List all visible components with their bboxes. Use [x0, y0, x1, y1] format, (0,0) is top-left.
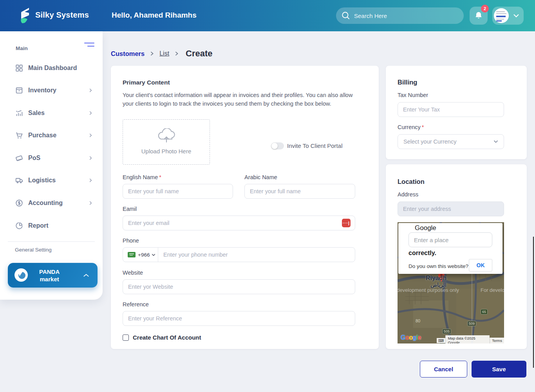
- sidebar-item-purchase[interactable]: Purchase: [0, 128, 103, 143]
- country-code-selector[interactable]: +966: [123, 248, 158, 262]
- invite-portal-toggle[interactable]: [271, 142, 284, 149]
- dialog-correctly-text: correctly.: [408, 250, 436, 257]
- cancel-button[interactable]: Cancel: [420, 361, 467, 378]
- chevron-down-icon: [493, 140, 498, 143]
- notification-badge: 2: [481, 5, 489, 13]
- sidebar-item-pos[interactable]: PoS: [0, 150, 103, 166]
- sidebar-item-label: Main Dashboard: [28, 65, 77, 72]
- website-label: Website: [123, 270, 143, 276]
- sidebar-item-label: Sales: [28, 110, 45, 117]
- sidebar-item-label: Accounting: [28, 200, 63, 207]
- primary-description: Your client's contact information will a…: [123, 91, 358, 108]
- greeting-text: Hello, Ahamed Rihamhs: [112, 11, 197, 20]
- map-shield-505: 505: [442, 329, 451, 334]
- chevron-down-icon: [513, 13, 520, 18]
- arabic-name-input[interactable]: [244, 184, 355, 199]
- map-route-80: 80: [416, 318, 420, 323]
- google-map[interactable]: r development purposes only For develo R…: [398, 222, 504, 343]
- sidebar-item-logistics[interactable]: Logistics: [0, 173, 103, 188]
- search-bar[interactable]: [336, 7, 464, 24]
- breadcrumb-list[interactable]: List: [159, 50, 169, 57]
- dial-code: +966: [138, 252, 150, 258]
- dev-watermark-right: For develo: [481, 287, 504, 293]
- primary-content-title: Primary Content: [123, 79, 170, 86]
- chevron-right-icon: [150, 51, 154, 56]
- address-label: Address: [398, 191, 418, 198]
- enter-place-input[interactable]: [408, 232, 492, 247]
- upload-photo-dropzone[interactable]: Upload Photo Here: [123, 119, 210, 165]
- avatar: [494, 8, 509, 23]
- map-shield-65: 65: [481, 309, 488, 315]
- cart-icon: [15, 131, 23, 140]
- keyboard-shortcuts-icon[interactable]: ⌨: [437, 338, 445, 343]
- search-icon: [341, 11, 351, 21]
- required-mark: *: [422, 124, 424, 130]
- english-name-input[interactable]: [123, 184, 233, 199]
- pie-chart-icon: [15, 221, 23, 230]
- dollar-circle-icon: [15, 199, 23, 207]
- breadcrumb-customers[interactable]: Customers: [111, 50, 145, 58]
- arabic-name-label: Arabic Name: [244, 174, 277, 180]
- sidebar-item-sales[interactable]: Sales: [0, 105, 103, 121]
- english-name-label-text: English Name: [123, 174, 158, 180]
- location-title: Location: [398, 178, 425, 185]
- notifications-button[interactable]: 2: [470, 7, 488, 25]
- sidebar-item-main-dashboard[interactable]: Main Dashboard: [0, 60, 103, 76]
- sidebar-section-main: Main: [16, 45, 28, 51]
- address-input[interactable]: [398, 201, 504, 216]
- website-input[interactable]: [123, 279, 355, 294]
- google-logo[interactable]: Google: [401, 334, 421, 341]
- chevron-up-icon: [83, 273, 89, 277]
- email-label: Eamil: [123, 206, 137, 212]
- tax-number-input[interactable]: [398, 102, 504, 117]
- toggle-knob: [271, 143, 278, 149]
- ok-button[interactable]: OK: [469, 259, 492, 272]
- currency-select[interactable]: Select your Currency: [398, 134, 504, 149]
- dashboard-grid-icon: [15, 64, 23, 72]
- phone-label: Phone: [123, 237, 139, 244]
- breadcrumb: Customers List Create: [111, 47, 213, 60]
- phone-field: +966: [123, 247, 355, 262]
- sales-chart-icon: [15, 109, 23, 117]
- sidebar-item-report[interactable]: Report: [0, 218, 103, 234]
- page-title: Create: [186, 49, 212, 59]
- panda-line2: market: [39, 275, 60, 283]
- silky-logo-icon: [18, 7, 31, 25]
- chevron-right-icon: [88, 110, 93, 116]
- password-manager-icon[interactable]: ···|: [342, 219, 351, 227]
- sidebar-item-label: PoS: [28, 155, 40, 162]
- panda-line1: PANDA: [39, 268, 60, 275]
- create-chart-label: Create Chart Of Account: [133, 334, 201, 341]
- user-menu[interactable]: [492, 7, 524, 25]
- dialog-google-word: Google: [415, 224, 436, 232]
- english-name-label: English Name*: [123, 174, 161, 180]
- required-mark: *: [159, 174, 161, 180]
- sidebar-item-inventory[interactable]: Inventory: [0, 83, 103, 98]
- chevron-right-icon: [88, 133, 93, 138]
- sidebar-collapse-button[interactable]: [83, 43, 94, 47]
- map-terms-link[interactable]: Terms: [490, 338, 504, 343]
- inventory-box-icon: [15, 86, 23, 95]
- saudi-flag-icon: [128, 252, 136, 257]
- create-chart-checkbox[interactable]: [123, 334, 129, 341]
- chevron-right-icon: [88, 155, 93, 161]
- map-city-label-en: Riyadh: [426, 275, 446, 282]
- chevron-right-icon: [88, 200, 93, 206]
- scrollbar-artifact[interactable]: [533, 237, 534, 368]
- currency-label: Currency*: [398, 124, 424, 130]
- reference-input[interactable]: [123, 311, 355, 326]
- sidebar-item-label: Logistics: [28, 177, 56, 184]
- panda-market-switcher[interactable]: PANDA market: [8, 263, 98, 288]
- invite-portal-label: Invite To Client Portal: [287, 142, 342, 149]
- phone-input[interactable]: [158, 252, 355, 258]
- billing-title: Billing: [398, 79, 417, 86]
- sidebar: Main Main Dashboard Inventory Sales: [0, 31, 103, 300]
- sidebar-item-label: Inventory: [28, 87, 56, 94]
- email-input[interactable]: [123, 216, 355, 230]
- save-button[interactable]: Save: [472, 361, 526, 378]
- bell-icon: [474, 11, 484, 21]
- search-input[interactable]: [354, 13, 448, 19]
- sidebar-divider: [8, 241, 95, 242]
- top-header: Silky Systems Hello, Ahamed Rihamhs 2: [0, 0, 535, 31]
- sidebar-item-accounting[interactable]: Accounting: [0, 195, 103, 211]
